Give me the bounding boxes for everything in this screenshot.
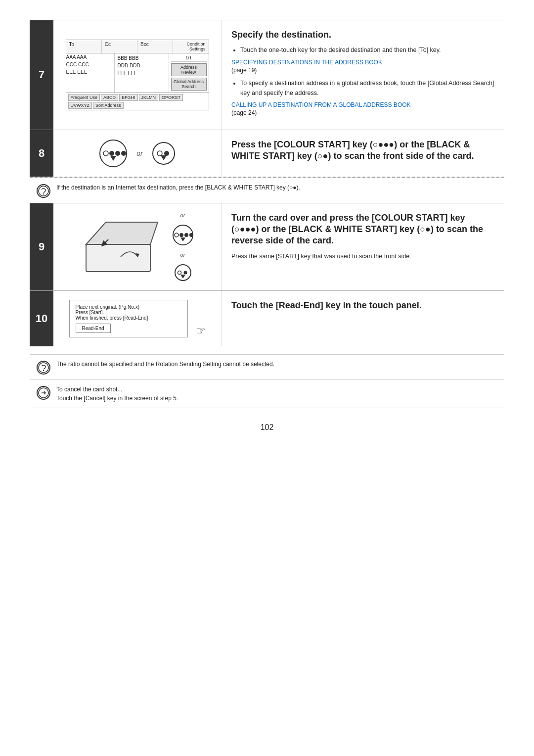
svg-point-21: [178, 271, 181, 274]
key-group-8: or: [99, 139, 175, 168]
svg-marker-5: [110, 156, 116, 161]
colour-start-key: [99, 139, 128, 168]
link-calling-global[interactable]: CALLING UP A DESTINATION FROM A GLOBAL A…: [231, 101, 411, 108]
addr-tab-abcd[interactable]: ABCD: [101, 94, 118, 101]
svg-marker-9: [161, 155, 167, 160]
addr-row-1: AAA AAA: [66, 53, 114, 61]
svg-point-7: [157, 151, 162, 156]
addr-col-cc: Cc: [102, 40, 137, 53]
readend-line1: Place next original. (Pg.No.x): [76, 304, 181, 310]
svg-point-16: [179, 233, 183, 237]
svg-point-25: [43, 370, 44, 371]
bottom-note-2-line2: Touch the [Cancel] key in the screen of …: [56, 394, 497, 403]
addr-row-3: EEE EEE: [66, 68, 114, 76]
read-end-panel: Place next original. (Pg.No.x) Press [St…: [69, 300, 188, 337]
addr-pagination: 1/1: [171, 55, 207, 62]
bw-start-key-8: [152, 142, 176, 165]
page-number: 102: [30, 423, 504, 432]
step-9-row: 9: [30, 203, 504, 290]
step-10-row: 10 Place next original. (Pg.No.x) Press …: [30, 290, 504, 346]
step-8-content: Press the [COLOUR START] key (○●●●) or t…: [222, 130, 504, 177]
note-icon-bottom: [37, 361, 50, 375]
addr-review-btn[interactable]: Address Review: [171, 63, 207, 76]
svg-point-4: [121, 151, 126, 156]
svg-point-8: [164, 151, 169, 156]
svg-marker-19: [180, 237, 185, 241]
step-9-number: 9: [30, 203, 53, 290]
addr-actions-col: 1/1 Address Review Global Address Search: [169, 53, 209, 93]
bottom-note-2-text: To cancel the card shot... Touch the [Ca…: [56, 385, 497, 403]
svg-point-6: [153, 142, 175, 164]
step-7-row: 7 To Cc Bcc Condition Settings AAA AAA C…: [30, 20, 504, 130]
addr-tab-sort[interactable]: Sort Address: [93, 102, 124, 109]
addr-row-4: BBB BBB: [118, 54, 166, 62]
bottom-note-2: To cancel the card shot... Touch the [Ca…: [30, 380, 504, 408]
addr-tab-uvwxyz[interactable]: UVWXYZ: [68, 102, 92, 109]
step-9-heading: Turn the card over and press the [COLOUR…: [231, 212, 494, 247]
step-8-note-text: If the destination is an Internet fax de…: [56, 183, 497, 192]
step-9-sub: Press the same [START] key that was used…: [231, 252, 494, 261]
bottom-note-1-text: The ratio cannot be specified and the Ro…: [56, 360, 497, 369]
step-9-visual: or or: [53, 203, 222, 290]
svg-marker-23: [180, 275, 185, 279]
step-7-content: Specify the destination. Touch the one-t…: [222, 20, 504, 130]
step-10-heading: Touch the [Read-End] key in the touch pa…: [231, 300, 494, 311]
bottom-note-2-line1: To cancel the card shot...: [56, 385, 497, 394]
step-7-bullets: Touch the one-touch key for the desired …: [231, 46, 494, 55]
svg-point-3: [115, 151, 120, 156]
bottom-note-1: The ratio cannot be specified and the Ro…: [30, 355, 504, 380]
step-7-page19: (page 19): [231, 66, 494, 75]
readend-line2: Press [Start].: [76, 310, 181, 315]
svg-point-1: [103, 151, 108, 156]
step-10-number: 10: [30, 291, 53, 346]
addr-tab-oporst[interactable]: OPORST: [159, 94, 183, 101]
addr-tab-frequent[interactable]: Frequent Use: [68, 94, 100, 101]
step-7-bullet-1: Touch the one-touch key for the desired …: [240, 46, 494, 55]
colour-start-key-9: [172, 224, 194, 246]
addr-row-2: CCC CCC: [66, 61, 114, 68]
address-book-mockup: To Cc Bcc Condition Settings AAA AAA CCC…: [66, 40, 209, 110]
step-7-visual: To Cc Bcc Condition Settings AAA AAA CCC…: [53, 20, 222, 130]
addr-row-5: DDD DDD: [118, 62, 166, 69]
addr-tabs: Frequent Use ABCD EFGHI JKLMN OPORST UVW…: [66, 93, 209, 110]
step-8-row: 8 or: [30, 130, 504, 177]
readend-line3: When finished, press [Read-End]: [76, 315, 181, 321]
addr-col-bcc: Bcc: [137, 40, 173, 53]
or-label-9-mid: or: [180, 252, 185, 258]
addr-col-to: To: [66, 40, 102, 53]
step-7-number: 7: [30, 20, 53, 130]
addr-condition-settings: Condition Settings: [173, 40, 208, 53]
link-specifying-destinations[interactable]: SPECIFYING DESTINATIONS IN THE ADDRESS B…: [231, 59, 382, 66]
scanner-svg: [81, 217, 165, 277]
addr-book-header: To Cc Bcc Condition Settings: [66, 40, 209, 53]
svg-point-17: [184, 233, 188, 237]
addr-body-mid: BBB BBB DDD DDD FFF FFF: [115, 53, 169, 93]
keys-column-9: or or: [172, 212, 194, 282]
svg-point-18: [189, 233, 193, 237]
addr-book-body: AAA AAA CCC CCC EEE EEE BBB BBB DDD DDD …: [66, 53, 209, 93]
step-7-bullets-2: To specify a destination address in a gl…: [231, 79, 494, 98]
step-10-content: Touch the [Read-End] key in the touch pa…: [222, 291, 504, 346]
addr-row-6: FFF FFF: [118, 69, 166, 77]
bottom-notes: The ratio cannot be specified and the Ro…: [30, 354, 504, 408]
addr-tab-jklmn[interactable]: JKLMN: [139, 94, 159, 101]
step-8-note-row: If the destination is an Internet fax de…: [30, 178, 504, 203]
step-9-content: Turn the card over and press the [COLOUR…: [222, 203, 504, 290]
read-end-panel-group: Place next original. (Pg.No.x) Press [St…: [69, 300, 206, 337]
svg-point-11: [43, 193, 44, 194]
step-8-number: 8: [30, 130, 53, 177]
svg-point-15: [175, 233, 178, 237]
svg-rect-12: [86, 244, 150, 272]
hand-pointer-icon: ☞: [196, 325, 206, 337]
page-container: 7 To Cc Bcc Condition Settings AAA AAA C…: [30, 20, 504, 432]
addr-tab-efghi[interactable]: EFGHI: [119, 94, 138, 101]
addr-body-left: AAA AAA CCC CCC EEE EEE: [66, 53, 115, 93]
step-8-visual: or: [53, 130, 222, 177]
addr-global-search-btn[interactable]: Global Address Search: [171, 78, 207, 91]
svg-point-22: [183, 271, 187, 274]
read-end-button[interactable]: Read-End: [76, 324, 111, 333]
step-8-heading: Press the [COLOUR START] key (○●●●) or t…: [231, 139, 494, 162]
or-label-9-top: or: [180, 212, 185, 218]
step-7-page24: (page 24): [231, 108, 494, 118]
or-label-8: or: [136, 149, 142, 157]
